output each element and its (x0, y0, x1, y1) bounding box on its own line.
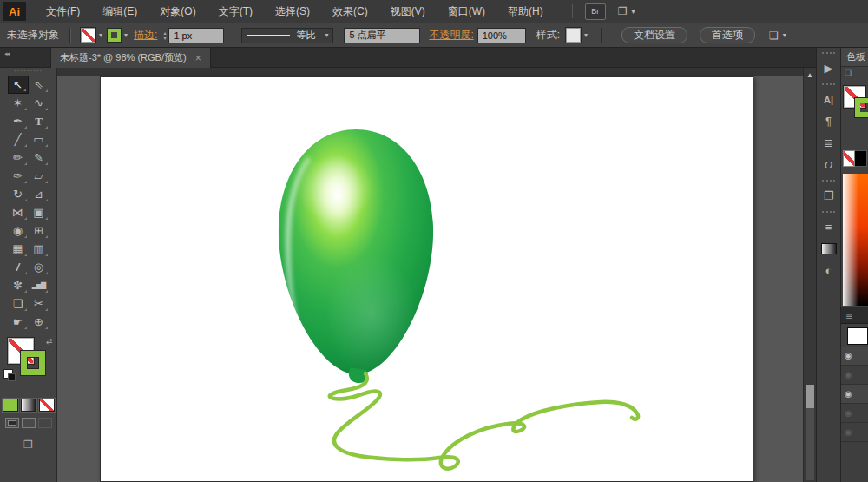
tool-gradient[interactable]: ▥ (29, 240, 49, 258)
dock-icon-gradient-panel[interactable] (817, 238, 840, 260)
step-down-icon[interactable]: ▾ (163, 36, 166, 41)
tool-free-transform[interactable]: ▣ (29, 203, 49, 221)
layers-panel-tab[interactable]: ≣ (841, 307, 868, 324)
tool-paintbrush[interactable]: ✏ (8, 149, 29, 167)
tool-direct-selection[interactable]: ⇖ (29, 76, 49, 94)
panel-drag-handle[interactable]: ········· (0, 69, 56, 74)
tool-blob-brush[interactable]: ✑ (8, 167, 29, 185)
none-mode-button[interactable] (39, 399, 55, 412)
tool-eyedropper[interactable]: / (8, 258, 29, 276)
dock-icon-paragraph-panel[interactable]: ¶ (817, 110, 840, 132)
visibility-eye-icon[interactable]: ◉ (845, 370, 852, 380)
tool-scale[interactable]: ⊿ (29, 185, 49, 203)
layer-row-2[interactable]: ◉ (841, 366, 868, 385)
stroke-width-stepper[interactable]: ▴ ▾ (163, 30, 166, 41)
tool-mesh[interactable]: ▦ (8, 240, 29, 258)
draw-normal-button[interactable] (5, 418, 19, 428)
tool-blend[interactable]: ◎ (29, 258, 49, 276)
fill-color-dropdown[interactable]: ▾ (81, 28, 102, 43)
brush-definition-combo[interactable]: 5 点扁平 ▾ (344, 28, 420, 43)
toolbar-collapse-icon[interactable]: ◂◂ (4, 50, 9, 57)
menu-help[interactable]: 帮助(H) (496, 0, 555, 23)
preferences-button[interactable]: 首选项 (700, 27, 755, 43)
tab-close-icon[interactable]: × (195, 52, 201, 64)
menu-edit[interactable]: 编辑(E) (91, 0, 148, 23)
menu-select[interactable]: 选择(S) (264, 0, 321, 23)
swap-fill-stroke-icon[interactable]: ⇄ (46, 337, 53, 346)
black-swatch[interactable] (855, 150, 867, 167)
menu-effect[interactable]: 效果(C) (321, 0, 379, 23)
gradient-mode-button[interactable] (21, 399, 36, 412)
dock-icon-opentype-panel[interactable]: ≣ (817, 132, 840, 154)
tool-eraser[interactable]: ▱ (29, 167, 49, 185)
tool-line-segment[interactable]: ╱ (8, 130, 29, 149)
tool-shape-builder[interactable]: ◉ (8, 221, 29, 240)
dock-icon-actions-panel[interactable]: ▶ (822, 52, 835, 79)
none-swatch[interactable] (843, 150, 855, 167)
workspace-switcher[interactable]: ❐ ▾ (618, 5, 635, 17)
tool-selection[interactable]: ↖ (8, 76, 29, 94)
bridge-button[interactable]: Br (585, 3, 606, 20)
screen-mode-button[interactable]: ❐ (0, 439, 56, 451)
none-and-black-swatches[interactable] (843, 150, 867, 167)
stroke-color-swatch[interactable] (21, 351, 45, 375)
dock-icon-character-panel[interactable]: A| (822, 83, 835, 110)
dock-icon-appearance-panel[interactable]: O (817, 154, 840, 175)
menu-window[interactable]: 窗口(W) (437, 0, 496, 23)
visibility-eye-icon[interactable]: ◉ (845, 408, 852, 418)
style-dropdown[interactable]: ▾ (566, 28, 588, 43)
layer-row-1[interactable]: ◉ (841, 347, 868, 366)
menu-type[interactable]: 文字(T) (207, 0, 264, 23)
layer-row-3[interactable]: ◉ (841, 385, 868, 404)
swatches-panel-title[interactable]: 色板 (841, 48, 868, 67)
document-setup-button[interactable]: 文档设置 (621, 27, 687, 43)
visibility-eye-icon[interactable]: ◉ (845, 351, 852, 360)
layer-row-4[interactable]: ◉ (841, 404, 868, 423)
tool-slice[interactable]: ✂ (29, 294, 49, 313)
panel-stroke-proxy[interactable] (855, 98, 868, 117)
menu-file[interactable]: 文件(F) (35, 0, 91, 23)
tool-pencil[interactable]: ✎ (29, 149, 49, 167)
tool-rotate[interactable]: ↻ (8, 185, 29, 203)
scroll-up-icon[interactable]: ▲ (804, 68, 816, 79)
layer-row-5[interactable]: ◉ (841, 423, 868, 442)
stroke-panel-link[interactable]: 描边: (134, 28, 157, 43)
tool-artboard[interactable]: ❏ (8, 294, 29, 313)
color-mode-button[interactable] (3, 399, 18, 412)
vertical-scrollbar[interactable]: ▲ (803, 68, 816, 482)
tool-hand[interactable]: ☛ (8, 313, 29, 331)
layer-thumbnail[interactable] (847, 327, 868, 345)
draw-inside-button[interactable] (38, 418, 52, 428)
menu-view[interactable]: 视图(V) (379, 0, 437, 23)
draw-behind-button[interactable] (22, 418, 36, 428)
tool-column-graph[interactable]: ▂▅▇ (29, 276, 49, 294)
scrollbar-thumb[interactable] (806, 385, 814, 408)
opacity-link[interactable]: 不透明度: (429, 28, 473, 43)
width-profile-combo[interactable]: 等比 ▾ (241, 28, 333, 43)
tool-symbol-sprayer[interactable]: ✼ (8, 276, 29, 294)
tool-magic-wand[interactable]: ✶ (8, 94, 29, 112)
visibility-eye-icon[interactable]: ◉ (845, 427, 852, 437)
tool-zoom[interactable]: ⊕ (29, 313, 49, 331)
dock-icon-transparency-panel[interactable]: ◐ (817, 260, 840, 281)
fill-none-swatch (81, 28, 95, 43)
stroke-width-combo[interactable]: 1 px ▾ (168, 28, 224, 43)
dock-icon-graphic-styles-panel[interactable]: ❐ (822, 180, 835, 207)
opacity-combo[interactable]: 100% ▾ (477, 28, 526, 43)
tool-lasso[interactable]: ∿ (29, 94, 49, 112)
tool-type[interactable]: T (29, 112, 49, 130)
default-fill-stroke-icon[interactable] (3, 369, 13, 379)
tool-rectangle[interactable]: ▭ (29, 130, 49, 149)
balloon-string[interactable] (330, 373, 638, 469)
dock-icon-stroke-panel[interactable]: ≡ (822, 211, 835, 238)
color-spectrum[interactable] (843, 174, 868, 306)
menu-object[interactable]: 对象(O) (148, 0, 207, 23)
stroke-color-dropdown[interactable]: ▾ (108, 29, 128, 42)
canvas-area[interactable] (57, 68, 803, 482)
tool-pen[interactable]: ✒ (8, 112, 29, 130)
control-panel-menu[interactable]: ❏ ▾ (769, 30, 786, 42)
tool-perspective-grid[interactable]: ⊞ (29, 221, 49, 240)
tool-width[interactable]: ⋈ (8, 203, 29, 221)
document-tab[interactable]: 未标题-3* @ 98% (RGB/预览) × (50, 48, 211, 68)
visibility-eye-icon[interactable]: ◉ (845, 389, 852, 399)
